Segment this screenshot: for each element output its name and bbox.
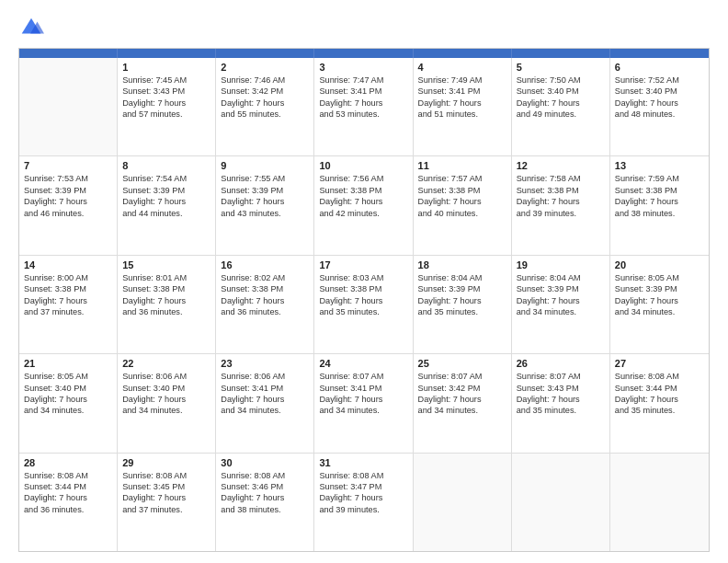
calendar-cell: [512, 454, 610, 551]
calendar-cell: 16Sunrise: 8:02 AMSunset: 3:38 PMDayligh…: [216, 256, 314, 353]
daylight-text: Daylight: 7 hours: [615, 394, 704, 405]
day-number: 12: [517, 160, 605, 171]
sunset-text: Sunset: 3:39 PM: [517, 283, 605, 294]
calendar-cell: [414, 454, 512, 551]
sunrise-text: Sunrise: 7:55 AM: [221, 173, 309, 184]
day-number: 29: [122, 457, 210, 468]
calendar-cell: 7Sunrise: 7:53 AMSunset: 3:39 PMDaylight…: [19, 156, 118, 254]
day-number: 26: [517, 358, 605, 369]
daylight2-text: and 36 minutes.: [24, 504, 112, 515]
sunset-text: Sunset: 3:41 PM: [319, 383, 407, 394]
daylight-text: Daylight: 7 hours: [319, 492, 407, 503]
day-number: 17: [319, 259, 407, 270]
logo-icon: [18, 15, 44, 40]
daylight-text: Daylight: 7 hours: [319, 196, 407, 207]
day-number: 25: [418, 358, 506, 369]
logo: [18, 15, 48, 40]
day-number: 5: [517, 62, 605, 73]
sunrise-text: Sunrise: 7:52 AM: [615, 75, 704, 86]
sunset-text: Sunset: 3:40 PM: [615, 86, 704, 97]
daylight-text: Daylight: 7 hours: [122, 196, 210, 207]
sunrise-text: Sunrise: 8:00 AM: [24, 272, 112, 283]
calendar-cell: 29Sunrise: 8:08 AMSunset: 3:45 PMDayligh…: [118, 454, 216, 551]
page: 1Sunrise: 7:45 AMSunset: 3:43 PMDaylight…: [0, 0, 728, 563]
calendar-cell: 4Sunrise: 7:49 AMSunset: 3:41 PMDaylight…: [414, 58, 512, 155]
calendar-row-3: 14Sunrise: 8:00 AMSunset: 3:38 PMDayligh…: [19, 256, 709, 354]
calendar-row-4: 21Sunrise: 8:05 AMSunset: 3:40 PMDayligh…: [19, 354, 709, 453]
calendar-body: 1Sunrise: 7:45 AMSunset: 3:43 PMDaylight…: [19, 58, 709, 551]
sunrise-text: Sunrise: 7:57 AM: [418, 173, 506, 184]
day-number: 3: [319, 62, 407, 73]
daylight-text: Daylight: 7 hours: [319, 394, 407, 405]
daylight-text: Daylight: 7 hours: [418, 196, 506, 207]
sunrise-text: Sunrise: 8:06 AM: [221, 371, 309, 382]
day-number: 6: [615, 62, 704, 73]
daylight2-text: and 44 minutes.: [122, 208, 210, 219]
calendar-cell: 15Sunrise: 8:01 AMSunset: 3:38 PMDayligh…: [118, 256, 216, 353]
calendar-cell: 24Sunrise: 8:07 AMSunset: 3:41 PMDayligh…: [314, 354, 413, 452]
calendar-cell: 26Sunrise: 8:07 AMSunset: 3:43 PMDayligh…: [512, 354, 610, 452]
daylight-text: Daylight: 7 hours: [122, 295, 210, 306]
sunset-text: Sunset: 3:45 PM: [122, 481, 210, 492]
daylight2-text: and 37 minutes.: [24, 306, 112, 317]
day-number: 21: [24, 358, 112, 369]
daylight2-text: and 35 minutes.: [418, 306, 506, 317]
sunset-text: Sunset: 3:41 PM: [418, 86, 506, 97]
daylight-text: Daylight: 7 hours: [517, 295, 605, 306]
calendar-cell: 22Sunrise: 8:06 AMSunset: 3:40 PMDayligh…: [118, 354, 216, 452]
calendar-cell: [610, 454, 709, 551]
calendar-cell: 1Sunrise: 7:45 AMSunset: 3:43 PMDaylight…: [118, 58, 216, 155]
daylight-text: Daylight: 7 hours: [615, 196, 704, 207]
sunset-text: Sunset: 3:39 PM: [221, 185, 309, 196]
daylight2-text: and 37 minutes.: [122, 504, 210, 515]
daylight2-text: and 40 minutes.: [418, 208, 506, 219]
sunset-text: Sunset: 3:46 PM: [221, 481, 309, 492]
sunrise-text: Sunrise: 7:45 AM: [122, 75, 210, 86]
daylight2-text: and 35 minutes.: [319, 306, 407, 317]
sunset-text: Sunset: 3:44 PM: [615, 383, 704, 394]
sunset-text: Sunset: 3:41 PM: [221, 383, 309, 394]
sunrise-text: Sunrise: 7:58 AM: [517, 173, 605, 184]
sunrise-text: Sunrise: 7:47 AM: [319, 75, 407, 86]
day-number: 27: [615, 358, 704, 369]
daylight-text: Daylight: 7 hours: [517, 394, 605, 405]
sunset-text: Sunset: 3:40 PM: [122, 383, 210, 394]
daylight-text: Daylight: 7 hours: [517, 196, 605, 207]
day-number: 31: [319, 457, 407, 468]
sunset-text: Sunset: 3:40 PM: [517, 86, 605, 97]
daylight2-text: and 38 minutes.: [615, 208, 704, 219]
daylight2-text: and 34 minutes.: [24, 405, 112, 416]
calendar-cell: 27Sunrise: 8:08 AMSunset: 3:44 PMDayligh…: [610, 354, 709, 452]
daylight-text: Daylight: 7 hours: [418, 98, 506, 109]
calendar-cell: 5Sunrise: 7:50 AMSunset: 3:40 PMDaylight…: [512, 58, 610, 155]
day-number: 9: [221, 160, 309, 171]
sunrise-text: Sunrise: 8:06 AM: [122, 371, 210, 382]
calendar-cell: 3Sunrise: 7:47 AMSunset: 3:41 PMDaylight…: [314, 58, 413, 155]
day-number: 20: [615, 259, 704, 270]
day-number: 7: [24, 160, 112, 171]
sunset-text: Sunset: 3:39 PM: [122, 185, 210, 196]
sunrise-text: Sunrise: 8:07 AM: [418, 371, 506, 382]
day-number: 2: [221, 62, 309, 73]
sunset-text: Sunset: 3:38 PM: [319, 283, 407, 294]
sunset-text: Sunset: 3:38 PM: [319, 185, 407, 196]
day-number: 10: [319, 160, 407, 171]
sunrise-text: Sunrise: 8:03 AM: [319, 272, 407, 283]
header-thursday: [414, 49, 512, 58]
daylight-text: Daylight: 7 hours: [24, 492, 112, 503]
daylight2-text: and 43 minutes.: [221, 208, 309, 219]
sunrise-text: Sunrise: 8:08 AM: [615, 371, 704, 382]
sunset-text: Sunset: 3:39 PM: [24, 185, 112, 196]
daylight2-text: and 35 minutes.: [517, 405, 605, 416]
day-number: 18: [418, 259, 506, 270]
calendar-cell: 18Sunrise: 8:04 AMSunset: 3:39 PMDayligh…: [414, 256, 512, 353]
calendar-cell: 11Sunrise: 7:57 AMSunset: 3:38 PMDayligh…: [414, 156, 512, 254]
calendar-cell: 25Sunrise: 8:07 AMSunset: 3:42 PMDayligh…: [414, 354, 512, 452]
day-number: 23: [221, 358, 309, 369]
sunrise-text: Sunrise: 8:02 AM: [221, 272, 309, 283]
daylight2-text: and 48 minutes.: [615, 109, 704, 120]
day-number: 1: [122, 62, 210, 73]
daylight2-text: and 38 minutes.: [221, 504, 309, 515]
daylight-text: Daylight: 7 hours: [221, 295, 309, 306]
header-saturday: [610, 49, 709, 58]
